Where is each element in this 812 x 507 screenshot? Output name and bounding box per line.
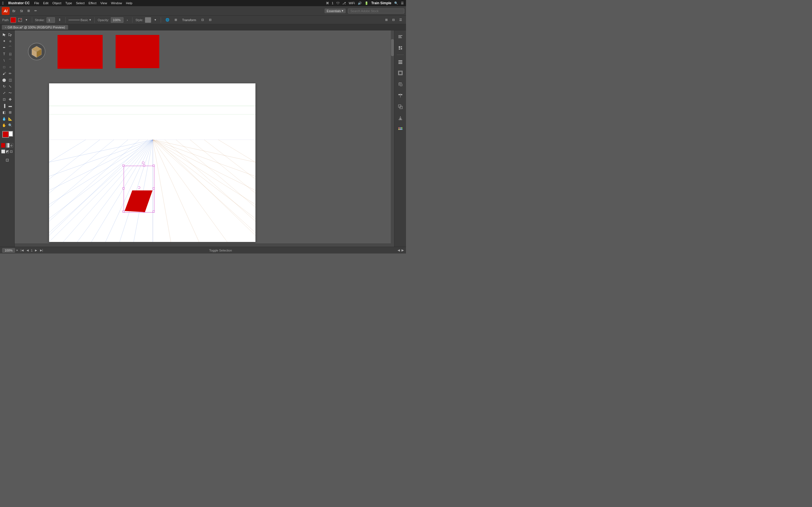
no-color-button[interactable]: ⊘ [9, 143, 13, 148]
gradient-stroke-button[interactable]: ◩ [5, 149, 9, 155]
line-tool[interactable]: \ [1, 57, 7, 64]
arc-tool[interactable]: ⌒ [7, 57, 13, 64]
eraser-tool[interactable]: ◫ [7, 77, 13, 83]
bar-chart-tool[interactable]: ▬ [7, 103, 13, 109]
menu-type[interactable]: Type [65, 1, 72, 5]
fill-icon [18, 18, 22, 22]
gradient-mode-button[interactable] [5, 143, 9, 148]
puppet-warp-tool[interactable]: ✤ [7, 96, 13, 103]
paintbrush-tool[interactable]: 🖌 [1, 70, 7, 76]
foreground-color[interactable] [2, 131, 9, 138]
menu-view[interactable]: View [100, 1, 107, 5]
reshape-tool[interactable]: ⤢ [1, 90, 7, 96]
vertical-scrollbar[interactable] [391, 31, 394, 247]
first-page-button[interactable]: |◀ [20, 249, 24, 252]
layers-panel-icon[interactable] [396, 57, 405, 66]
workspace-layout-button[interactable]: ⊞ [26, 8, 32, 13]
pencil-tool[interactable]: ✏ [7, 70, 13, 76]
warp-tool[interactable]: 〜 [7, 90, 13, 96]
selection-tool[interactable] [1, 32, 7, 38]
pencil-quick-button[interactable]: ✏ [33, 8, 39, 13]
magic-wand-tool[interactable]: ✦ [1, 38, 7, 44]
mesh-tool[interactable]: ⊞ [7, 109, 13, 115]
opacity-more-button[interactable]: › [125, 18, 130, 22]
arrange-windows-button[interactable]: ⊞ [384, 17, 389, 22]
libraries-panel-icon[interactable] [396, 43, 405, 52]
menu-file[interactable]: File [34, 1, 39, 5]
stock-button[interactable]: St [18, 9, 24, 13]
stroke-type-dropdown[interactable]: ▾ [89, 18, 92, 22]
essentials-dropdown[interactable]: Essentials ▾ [324, 8, 346, 13]
stroke-weight-box[interactable]: 1 [47, 17, 55, 23]
status-right-arrow[interactable]: ▶ [402, 248, 404, 252]
fill-color-swatch[interactable] [10, 17, 16, 23]
tab-close-button[interactable]: × [5, 26, 6, 29]
eyedropper-tool[interactable]: 💧 [1, 116, 7, 122]
style-value-box[interactable] [145, 17, 151, 23]
menu-effect[interactable]: Effect [89, 1, 96, 5]
color-button[interactable] [1, 143, 5, 148]
draw-mode-button[interactable]: ⊡ [3, 156, 11, 164]
align-button[interactable]: ⊟ [207, 17, 213, 22]
bridge-button[interactable]: Br [11, 9, 17, 13]
measure-tool[interactable]: 📐 [7, 116, 13, 122]
style-dropdown[interactable]: ▾ [153, 17, 158, 22]
properties-panel-icon[interactable] [396, 32, 405, 41]
hand-tool[interactable]: ✋ [1, 122, 7, 128]
blob-brush-tool[interactable]: ⬤ [1, 77, 7, 83]
scale-tool[interactable]: ⤡ [7, 83, 13, 90]
none-stroke-button[interactable]: ⊡ [9, 149, 13, 155]
spotlight-icon[interactable]: 🔍 [394, 1, 398, 5]
stroke-weight-stepper[interactable]: ⇕ [57, 17, 63, 22]
swatches-panel-icon[interactable] [396, 125, 405, 134]
column-chart-tool[interactable]: ▐ [1, 103, 7, 109]
rotate-tool[interactable]: ↻ [1, 83, 7, 90]
status-left-arrow[interactable]: ◀ [398, 248, 400, 252]
area-type-tool[interactable]: ⌸ [7, 51, 13, 57]
vscroll-thumb[interactable] [391, 39, 394, 56]
search-stock-input[interactable] [348, 8, 404, 13]
menu-window[interactable]: Window [111, 1, 122, 5]
pathfinder-panel-icon[interactable] [396, 102, 405, 111]
fill-none-button[interactable] [18, 18, 22, 22]
artboards-panel-icon[interactable] [396, 68, 405, 77]
transform-button[interactable]: Transform [181, 18, 198, 22]
grid-transform-button[interactable]: ⊞ [173, 17, 179, 22]
bounding-box-button[interactable]: ⊡ [200, 17, 206, 22]
direct-select-tool[interactable] [7, 32, 13, 38]
menu-select[interactable]: Select [76, 1, 85, 5]
svg-line-19 [49, 140, 153, 233]
prev-page-button[interactable]: ◀ [26, 249, 29, 252]
free-transform-tool[interactable]: ⊡ [1, 96, 7, 103]
menu-edit[interactable]: Edit [43, 1, 49, 5]
horizontal-scrollbar[interactable] [15, 243, 391, 247]
menu-object[interactable]: Object [52, 1, 61, 5]
lasso-tool[interactable]: ⌾ [7, 38, 13, 44]
align-panel-icon[interactable] [396, 91, 405, 100]
ellipse-tool[interactable]: ○ [7, 64, 13, 70]
type-tool[interactable]: T [1, 51, 7, 57]
stroke-mode-button[interactable]: ⬜ [1, 149, 5, 155]
opacity-value-box[interactable]: 100% [111, 17, 123, 23]
zoom-input[interactable]: 100% [2, 248, 15, 252]
canvas-area[interactable] [15, 31, 394, 247]
document-tab[interactable]: × Gift Box.ai* @ 100% (RGB/GPU Preview) [2, 25, 68, 30]
stroke-options-button[interactable]: ▾ [24, 17, 29, 22]
zoom-tool[interactable]: 🔍 [7, 122, 13, 128]
asset-export-icon[interactable] [396, 114, 405, 122]
globe-button[interactable]: 🌐 [164, 17, 171, 22]
gradient-tool[interactable]: ◧ [1, 109, 7, 115]
curvature-tool[interactable]: ⌒ [7, 45, 13, 51]
pen-tool[interactable]: ✒ [1, 45, 7, 51]
transform-panel-icon[interactable] [396, 80, 405, 89]
rect-tool[interactable]: □ [1, 64, 7, 70]
compass-widget[interactable] [28, 42, 46, 61]
menu-help[interactable]: Help [126, 1, 133, 5]
apple-menu[interactable]:  [2, 1, 4, 5]
zoom-dropdown[interactable]: ▾ [16, 249, 18, 252]
panel-toggle-button[interactable]: ⊟ [391, 17, 396, 22]
last-page-button[interactable]: ▶| [40, 249, 44, 252]
next-page-button[interactable]: ▶ [35, 249, 38, 252]
notification-center-icon[interactable]: ☰ [401, 1, 404, 5]
more-options-button[interactable]: ☰ [398, 17, 404, 22]
